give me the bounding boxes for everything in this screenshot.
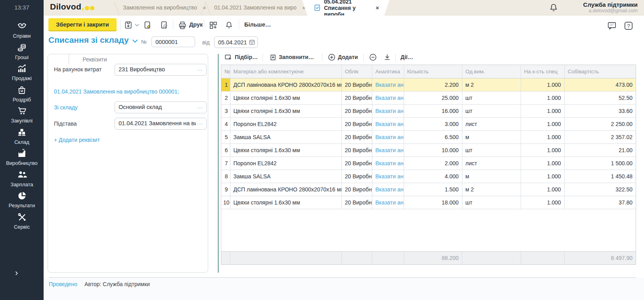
unit-cell[interactable]: м — [462, 131, 521, 144]
spec-qty-cell[interactable]: 1.000 — [521, 118, 564, 131]
row-number-cell[interactable]: 7 — [221, 157, 230, 170]
unit-cell[interactable]: шт — [462, 105, 521, 118]
cost-cell[interactable]: 2 357.02 — [564, 131, 636, 144]
analytics-cell[interactable]: Вказати ан — [372, 105, 404, 118]
spec-qty-cell[interactable]: 1.000 — [521, 157, 564, 170]
row-number-cell[interactable]: 4 — [221, 118, 230, 131]
actions-button[interactable]: Дії… — [401, 54, 413, 60]
sidebar-item-servis[interactable]: Сервіс — [0, 210, 44, 231]
material-cell[interactable]: Замша SALSA — [230, 131, 341, 144]
cost-cell[interactable]: 2 250.00 — [564, 118, 636, 131]
unit-cell[interactable]: шт — [462, 196, 521, 209]
table-row[interactable]: 7 Поролон EL2842 20 Виробн Вказати ан 2.… — [221, 157, 636, 170]
sidebar-item-sklad[interactable]: Склад — [0, 125, 44, 147]
calendar-icon[interactable] — [249, 39, 255, 45]
lookup-ellipsis-button[interactable]: ... — [197, 119, 203, 126]
save-icon[interactable] — [124, 21, 133, 30]
analytics-cell[interactable]: Вказати ан — [372, 170, 404, 183]
analytics-cell[interactable]: Вказати ан — [372, 183, 404, 196]
sidebar-item-rozdrib[interactable]: Роздріб — [0, 83, 44, 104]
print-label[interactable]: Друк — [189, 21, 203, 28]
material-cell[interactable]: Поролон EL2842 — [230, 118, 341, 131]
row-number-cell[interactable]: 8 — [221, 170, 230, 183]
account-cell[interactable]: 20 Виробн — [341, 92, 372, 105]
unit-cell[interactable]: лист — [462, 118, 521, 131]
table-row[interactable]: 8 Замша SALSA 20 Виробн Вказати ан 4.000… — [221, 170, 636, 183]
analytics-link[interactable]: Вказати ан — [376, 186, 404, 193]
quantity-cell[interactable]: 2.000 — [404, 157, 462, 170]
document-number-input[interactable] — [151, 36, 195, 47]
spec-qty-cell[interactable]: 1.000 — [521, 78, 564, 92]
unit-cell[interactable]: м 2 — [462, 183, 521, 196]
account-cell[interactable]: 20 Виробн — [341, 105, 372, 118]
sidebar-item-zarplata[interactable]: Зарплата — [0, 168, 44, 189]
lookup-ellipsis-button[interactable]: ... — [197, 65, 203, 72]
sidebar-item-sprav[interactable]: Справи — [0, 19, 44, 40]
quantity-cell[interactable]: 25.000 — [404, 92, 462, 105]
table-row[interactable]: 2 Цвяхи столярні 1.6х30 мм 20 Виробн Вка… — [221, 92, 636, 105]
quantity-cell[interactable]: 10.000 — [404, 144, 462, 157]
spec-qty-cell[interactable]: 1.000 — [521, 131, 564, 144]
account-cell[interactable]: 20 Виробн — [341, 170, 372, 183]
add-requisite-link[interactable]: + Додати реквізит — [54, 137, 100, 143]
pick-items-icon[interactable] — [224, 53, 232, 61]
cost-cell[interactable]: 473.00 — [564, 78, 636, 92]
account-cell[interactable]: 20 Виробн — [341, 157, 372, 170]
spec-qty-cell[interactable]: 1.000 — [521, 105, 564, 118]
analytics-link[interactable]: Вказати ан — [376, 121, 404, 127]
cost-cell[interactable]: 52.50 — [564, 92, 636, 105]
account-cell[interactable]: 20 Виробн — [341, 131, 372, 144]
fill-button[interactable]: Заповнити… — [279, 54, 314, 60]
row-number-cell[interactable]: 9 — [221, 183, 230, 196]
table-row[interactable]: 3 Цвяхи столярні 1.6х30 мм 20 Виробн Вка… — [221, 105, 636, 118]
quantity-cell[interactable]: 1.500 — [404, 183, 462, 196]
more-button[interactable]: Більше… — [244, 21, 271, 28]
chevron-down-icon[interactable] — [135, 24, 139, 27]
quantity-cell[interactable]: 6.500 — [404, 131, 462, 144]
fill-icon[interactable] — [269, 53, 277, 61]
table-row[interactable]: 6 Цвяхи столярні 1.6х30 мм 20 Виробн Вка… — [221, 144, 636, 157]
download-icon[interactable] — [383, 53, 391, 61]
quantity-cell[interactable]: 2.200 — [404, 78, 462, 92]
analytics-cell[interactable]: Вказати ан — [372, 144, 404, 157]
tab-orders-list[interactable]: Замовлення на виробництво × — [123, 0, 206, 15]
quantity-cell[interactable]: 18.000 — [404, 196, 462, 209]
comments-icon[interactable] — [607, 21, 617, 31]
table-row[interactable]: 10 Цвяхи столярні 1.6х30 мм 20 Виробн Вк… — [221, 196, 636, 209]
print-icon[interactable] — [178, 21, 187, 30]
spec-qty-cell[interactable]: 1.000 — [521, 196, 564, 209]
save-and-close-button[interactable]: Зберегти і закрити — [48, 18, 117, 31]
analytics-cell[interactable]: Вказати ан — [372, 157, 404, 170]
chevron-down-icon[interactable] — [132, 40, 138, 43]
cost-cell[interactable]: 322.50 — [564, 183, 636, 196]
spec-qty-cell[interactable]: 1.000 — [521, 170, 564, 183]
sidebar-item-prodazhi[interactable]: Продажі — [0, 61, 44, 83]
basis-field[interactable]: 01.04.2021 Замовлення на виро ... — [115, 118, 207, 130]
warehouse-label[interactable]: Зі складу — [54, 104, 78, 111]
quantity-cell[interactable]: 16.000 — [404, 105, 462, 118]
document-title[interactable]: Списання зі складу — [48, 35, 138, 45]
unit-cell[interactable]: шт — [462, 144, 521, 157]
analytics-link[interactable]: Вказати ан — [376, 95, 404, 101]
analytics-cell[interactable]: Вказати ан — [372, 196, 404, 209]
cost-cell[interactable]: 33.60 — [564, 105, 636, 118]
spec-qty-cell[interactable]: 1.000 — [521, 144, 564, 157]
table-row[interactable]: 1 ДСП ламінована КРОНО 2800х2070х16 мм 2… — [221, 78, 636, 92]
spec-qty-cell[interactable]: 1.000 — [521, 92, 564, 105]
bell-icon[interactable] — [548, 2, 559, 13]
material-cell[interactable]: Замша SALSA — [230, 170, 341, 183]
lookup-ellipsis-button[interactable]: ... — [197, 103, 203, 109]
close-icon[interactable]: × — [376, 4, 379, 11]
cost-cell[interactable]: 1 500.00 — [564, 157, 636, 170]
spec-qty-cell[interactable]: 1.000 — [521, 183, 564, 196]
table-row[interactable]: 9 ДСП ламінована КРОНО 2800х2070х16 мм 2… — [221, 183, 636, 196]
unit-cell[interactable]: лист — [462, 157, 521, 170]
dashboard-add-icon[interactable] — [209, 21, 218, 30]
material-cell[interactable]: ДСП ламінована КРОНО 2800х2070х16 мм — [230, 183, 341, 196]
account-cell[interactable]: 20 Виробн — [341, 144, 372, 157]
sidebar-item-groshi[interactable]: Гроші — [0, 40, 44, 62]
material-cell[interactable]: ДСП ламінована КРОНО 2800х2070х16 мм — [230, 78, 341, 92]
row-number-cell[interactable]: 10 — [221, 196, 230, 209]
material-cell[interactable]: Цвяхи столярні 1.6х30 мм — [230, 196, 341, 209]
analytics-link[interactable]: Вказати ан — [376, 199, 404, 206]
